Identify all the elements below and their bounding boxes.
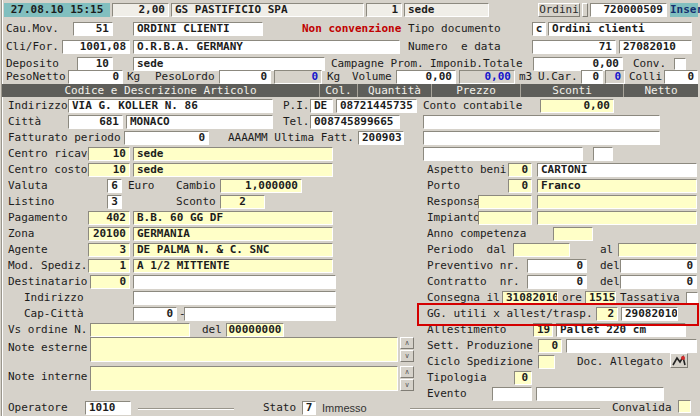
valuta-label: Valuta [8,179,48,193]
pi-country-field[interactable]: DE [310,99,333,113]
tassativa-checkbox[interactable] [686,292,698,304]
porto-code-field[interactable]: 0 [508,179,532,193]
centro-ricavo-code-field[interactable]: 10 [88,147,130,161]
destinatario-code-field[interactable]: 0 [90,275,130,289]
centro-costo-desc-field[interactable]: sede [133,163,333,177]
evento-code-field[interactable] [492,387,532,401]
sett-produzione-code-field[interactable]: 0 [538,339,562,353]
pagamento-code-field[interactable]: 402 [88,211,130,225]
note-interne-scroll-up-button[interactable]: ∧ [400,366,414,378]
allestimento-desc-field[interactable]: Pallet 220 cm [556,323,686,337]
tipologia-field[interactable]: 0 [514,371,532,385]
tipo-documento-desc-field[interactable]: Ordini clienti [548,22,692,36]
stato-code-field[interactable]: 7 [302,401,316,415]
destinatario-name-field[interactable] [133,275,336,289]
agente-desc-field[interactable]: DE PALMA N. & C. SNC [133,243,333,257]
preventivo-del-field[interactable]: 0 [620,259,697,273]
peso-lordo-field[interactable]: 0 [219,70,271,84]
gg-utili-data-field[interactable]: 29082010 [621,307,678,321]
mod-spediz-desc-field[interactable]: A 1/2 MITTENTE [133,259,333,273]
evento-desc-field[interactable] [536,387,664,401]
volume-field[interactable]: 0,00 [396,70,456,84]
anno-competenza-field[interactable] [553,227,593,241]
listino-code-field[interactable]: 3 [107,195,122,209]
branch-code-field[interactable]: 1 [366,3,402,17]
citta-code-field[interactable]: 681 [68,115,123,129]
ciclo-spedizione-field[interactable] [538,355,555,369]
note-interne-textarea[interactable] [90,366,398,391]
vs-ordine-field[interactable] [90,323,190,337]
indirizzo-field[interactable]: VIA G. KOLLER N. 86 [68,99,273,113]
pagamento-desc-field[interactable]: B.B. 60 GG DF [133,211,333,225]
cau-mov-code-field[interactable]: 51 [73,22,113,36]
centro-ricavo-desc-field[interactable]: sede [133,147,333,161]
citta-name-field[interactable]: MONACO [126,115,273,129]
preventivo-nr-field[interactable]: 0 [527,259,587,273]
gg-utili-giorni-field[interactable]: 2 [596,307,618,321]
doc-allegato-button[interactable] [670,353,688,368]
mod-spediz-code-field[interactable]: 1 [88,259,130,273]
consegna-data-field[interactable]: 31082010 [502,291,558,305]
vs-ordine-del-field[interactable]: 00000000 [226,323,284,337]
pi-number-field[interactable]: 08721445735 [336,99,417,113]
responsab-desc-field[interactable] [537,195,697,209]
porto-desc-field[interactable]: Franco [537,179,697,193]
destinatario-label: Destinatario [8,275,87,289]
deposito-code-field[interactable]: 10 [77,57,113,71]
company-field[interactable]: GS PASTIFICIO SPA [171,3,364,17]
colli-field[interactable]: 0 [664,70,698,84]
impianto-desc-field[interactable] [537,211,697,225]
numero-field[interactable]: 71 [532,40,616,54]
note-esterne-scroll-up-button[interactable]: ∧ [400,337,414,349]
cli-for-code-field[interactable]: 1001,08 [62,40,130,54]
centro-costo-code-field[interactable]: 10 [88,163,130,177]
data-documento-field[interactable]: 27082010 [619,40,692,54]
impianto-code-field[interactable] [478,211,532,225]
ore-field[interactable]: 1515 [585,291,616,305]
ucar-field[interactable]: 0 [581,70,603,84]
imponibile-field[interactable]: 0,00 [533,57,623,71]
spare-field-4[interactable] [593,147,613,161]
tipo-documento-code-field[interactable]: c [532,22,546,36]
cli-for-name-field[interactable]: O.R.B.A. GERMANY [133,40,400,54]
ordini-button[interactable]: Ordini [538,3,580,17]
spare-field-3[interactable] [423,147,583,161]
note-interne-scroll-down-button[interactable]: ∨ [400,379,414,391]
indirizzo-dest-field[interactable] [133,291,336,305]
spare-field-1[interactable] [423,115,660,129]
branch-name-field[interactable]: sede [404,3,489,17]
conto-contabile-field[interactable]: 0,00 [540,99,614,113]
document-value-field[interactable]: 2,00 [112,3,169,17]
allestimento-code-field[interactable]: 19 [533,323,553,337]
note-esterne-textarea[interactable] [90,337,398,362]
contratto-nr-field[interactable]: 0 [527,275,587,289]
cau-mov-desc-field[interactable]: ORDINI CLIENTI [133,22,263,36]
periodo-dal-field[interactable] [513,243,570,257]
note-esterne-scroll-down-button[interactable]: ∨ [400,350,414,362]
cap-field[interactable]: 0 [133,307,177,321]
fatturato-field[interactable]: 0 [124,131,209,145]
dest-city-field[interactable] [184,307,336,321]
ultima-fatt-field[interactable]: 200903 [358,131,404,145]
cambio-field[interactable]: 1,000000 [220,179,302,193]
aspetto-beni-desc-field[interactable]: CARTONI [537,163,697,177]
order-number-field[interactable]: 720000509 [590,3,667,17]
deposito-desc-field[interactable]: sede [133,57,325,71]
zona-code-field[interactable]: 20100 [88,227,130,241]
sett-produzione-desc-field[interactable] [566,339,697,353]
zona-desc-field[interactable]: GERMANIA [133,227,333,241]
tel-field[interactable]: 008745899665 [310,115,400,129]
operatore-field[interactable]: 1010 [85,401,131,415]
spare-field-2[interactable] [423,131,660,145]
periodo-al-field[interactable] [618,243,697,257]
valuta-code-field[interactable]: 6 [107,179,122,193]
conv-checkbox[interactable] [674,58,686,70]
convalida-checkbox[interactable] [678,400,691,413]
peso-netto-field[interactable]: 0 [68,70,123,84]
responsab-code-field[interactable] [478,195,532,209]
contratto-del-field[interactable]: 0 [620,275,697,289]
sconto-field[interactable]: 2 [220,195,265,209]
imponibile-label: Imponib.Totale [430,57,523,71]
aspetto-beni-code-field[interactable]: 0 [508,163,532,177]
agente-code-field[interactable]: 3 [88,243,130,257]
